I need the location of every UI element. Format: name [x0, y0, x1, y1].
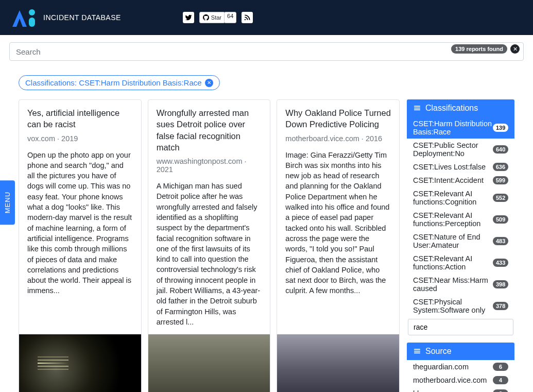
- facet-classifications: Classifications CSET:Harm Distribution B…: [407, 99, 514, 335]
- app-header: INCIDENT DATABASE Star 64: [0, 0, 533, 35]
- rss-icon[interactable]: [242, 12, 253, 23]
- facet-item-label: CSET:Relevant AI functions:Perception: [413, 211, 493, 228]
- github-star-button[interactable]: Star: [199, 12, 225, 23]
- facets-sidebar: Classifications CSET:Harm Distribution B…: [407, 99, 514, 392]
- svg-point-2: [245, 19, 246, 20]
- facet-item-count: 552: [493, 194, 508, 202]
- svg-rect-31: [414, 108, 420, 109]
- active-filters: Classifications: CSET:Harm Distribution …: [0, 63, 533, 99]
- facet-header[interactable]: Classifications: [407, 99, 514, 117]
- facet-item-count: 640: [493, 145, 508, 154]
- facet-item-label: CSET:Relevant AI functions:Cognition: [413, 190, 493, 206]
- facet-item-label: CSET:Physical System:Software only: [413, 298, 493, 314]
- facet-item[interactable]: theguardian.com6: [407, 360, 514, 373]
- svg-rect-33: [414, 349, 420, 350]
- facet-title: Source: [425, 347, 452, 356]
- facet-item-count: 139: [493, 124, 508, 132]
- logo-icon: [9, 7, 38, 28]
- result-card: Yes, artificial intelligence can be raci…: [19, 99, 142, 392]
- facet-item[interactable]: CSET:Relevant AI functions:Cognition552: [407, 187, 514, 209]
- facet-item-label: CSET:Nature of End User:Amateur: [413, 233, 493, 249]
- filter-chip-label: Classifications: CSET:Harm Distribution …: [25, 78, 202, 87]
- facet-item-label: CSET:Intent:Accident: [413, 176, 484, 184]
- card-excerpt: Image: Gina Ferazzi/Getty Tim Birch was …: [285, 150, 391, 296]
- facet-item[interactable]: bbc.com3: [407, 387, 514, 392]
- list-icon: [413, 105, 421, 112]
- facet-item-label: CSET:Relevant AI functions:Action: [413, 254, 493, 271]
- facet-source: Source theguardian.com6motherboard.vice.…: [407, 343, 514, 392]
- facet-item-count: 4: [493, 376, 508, 384]
- card-title[interactable]: Yes, artificial intelligence can be raci…: [27, 107, 133, 130]
- facet-item-count: 3: [493, 389, 508, 392]
- brand-text: INCIDENT DATABASE: [43, 13, 121, 22]
- list-icon: [413, 348, 421, 355]
- card-image: [277, 334, 399, 392]
- facet-item[interactable]: CSET:Intent:Accident599: [407, 174, 514, 187]
- facet-item-count: 398: [493, 280, 508, 288]
- facet-item-label: CSET:Harm Distribution Basis:Race: [413, 120, 493, 136]
- card-image: [19, 334, 141, 392]
- result-count-badge: 139 reports found: [451, 44, 507, 54]
- facet-item-label: CSET:Public Sector Deployment:No: [413, 141, 493, 158]
- facet-item-count: 433: [493, 259, 508, 267]
- facet-item[interactable]: CSET:Public Sector Deployment:No640: [407, 139, 514, 160]
- filter-chip[interactable]: Classifications: CSET:Harm Distribution …: [19, 75, 220, 90]
- remove-filter-icon[interactable]: ✕: [205, 79, 213, 87]
- facet-item[interactable]: CSET:Physical System:Software only378: [407, 295, 514, 317]
- facet-item[interactable]: CSET:Near Miss:Harm caused398: [407, 274, 514, 295]
- header-widgets: Star 64: [183, 12, 253, 23]
- facet-item[interactable]: CSET:Relevant AI functions:Action433: [407, 252, 514, 274]
- card-excerpt: A Michigan man has sued Detroit police a…: [157, 181, 262, 327]
- facet-item-label: bbc.com: [413, 389, 441, 392]
- card-meta: motherboard.vice.com · 2016: [285, 134, 391, 143]
- search-input[interactable]: [9, 42, 524, 61]
- facet-item-label: CSET:Lives Lost:false: [413, 163, 486, 171]
- svg-rect-35: [414, 352, 420, 353]
- menu-tab[interactable]: MENU: [0, 180, 15, 225]
- svg-point-0: [29, 9, 35, 15]
- card-meta: www.washingtonpost.com · 2021: [157, 157, 262, 174]
- github-star-count[interactable]: 64: [224, 12, 236, 23]
- facet-item-count: 599: [493, 176, 508, 184]
- facet-item[interactable]: CSET:Lives Lost:false636: [407, 160, 514, 174]
- card-title[interactable]: Wrongfully arrested man sues Detroit pol…: [157, 107, 262, 153]
- facet-item-count: 636: [493, 163, 508, 171]
- facet-item-label: motherboard.vice.com: [413, 376, 487, 384]
- svg-rect-1: [29, 18, 35, 27]
- card-meta: vox.com · 2019: [27, 134, 133, 143]
- card-excerpt: Open up the photo app on your phone and …: [27, 150, 133, 296]
- github-star-label: Star: [211, 14, 221, 21]
- facet-item-count: 509: [493, 215, 508, 224]
- twitter-icon[interactable]: [183, 12, 194, 23]
- facet-item-count: 6: [493, 363, 508, 371]
- facet-item-label: theguardian.com: [413, 363, 469, 371]
- facet-search-input[interactable]: [408, 319, 513, 335]
- facet-title: Classifications: [425, 104, 478, 113]
- svg-rect-34: [414, 351, 420, 352]
- facet-item-count: 378: [493, 302, 508, 310]
- facet-item[interactable]: CSET:Relevant AI functions:Perception509: [407, 209, 514, 230]
- search-bar: 139 reports found ✕: [0, 35, 533, 63]
- facet-item-label: CSET:Near Miss:Harm caused: [413, 276, 493, 293]
- clear-search-icon[interactable]: ✕: [510, 44, 520, 54]
- results-grid: Yes, artificial intelligence can be raci…: [19, 99, 400, 392]
- svg-rect-30: [414, 106, 420, 107]
- result-card: Why Oakland Police Turned Down Predictiv…: [277, 99, 400, 392]
- result-card: Wrongfully arrested man sues Detroit pol…: [148, 99, 271, 392]
- facet-header[interactable]: Source: [407, 343, 514, 360]
- card-title[interactable]: Why Oakland Police Turned Down Predictiv…: [285, 107, 391, 130]
- facet-item[interactable]: CSET:Nature of End User:Amateur483: [407, 230, 514, 252]
- facet-item[interactable]: CSET:Harm Distribution Basis:Race139: [407, 117, 514, 139]
- brand-logo[interactable]: INCIDENT DATABASE: [9, 7, 121, 28]
- card-image: [148, 334, 270, 392]
- svg-rect-32: [414, 109, 420, 110]
- facet-item[interactable]: motherboard.vice.com4: [407, 373, 514, 387]
- facet-item-count: 483: [493, 237, 508, 245]
